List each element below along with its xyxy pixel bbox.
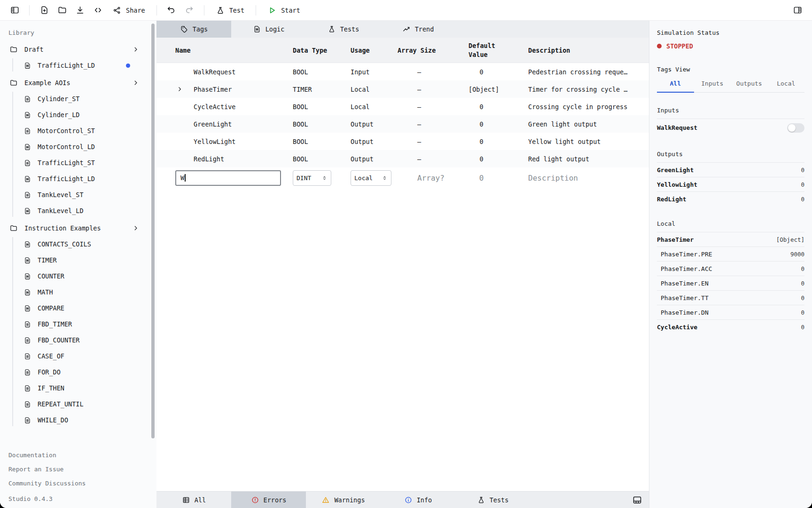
sidebar-item-case-of[interactable]: CASE_OF bbox=[0, 348, 156, 364]
folder-draft[interactable]: Draft bbox=[0, 41, 156, 57]
start-button[interactable]: Start bbox=[263, 2, 305, 18]
data-type-cell[interactable]: BOOL bbox=[293, 138, 351, 145]
tag-name-cell[interactable]: WalkRequest bbox=[194, 68, 293, 76]
default-value-cell[interactable]: 0 bbox=[468, 155, 494, 163]
tags-view-tab-all[interactable]: All bbox=[657, 77, 694, 93]
diagnostics-tab-errors[interactable]: Errors bbox=[231, 492, 306, 508]
sidebar-item-motorcontrol-st[interactable]: MotorControl_ST bbox=[0, 123, 156, 139]
usage-cell[interactable]: Local bbox=[351, 86, 398, 93]
description-cell[interactable]: Timer for crossing cycle … bbox=[528, 86, 649, 93]
left-panel-toggle-button[interactable] bbox=[7, 2, 23, 18]
tag-name-cell[interactable]: RedLight bbox=[194, 155, 293, 163]
array-size-cell[interactable]: – bbox=[398, 86, 468, 93]
array-checkbox-label[interactable]: Array? bbox=[398, 174, 468, 183]
tag-name-cell[interactable]: CycleActive bbox=[194, 103, 293, 111]
sidebar-item-motorcontrol-ld[interactable]: MotorControl_LD bbox=[0, 139, 156, 155]
undo-button[interactable] bbox=[164, 2, 180, 18]
chevron-right-icon[interactable] bbox=[132, 224, 140, 232]
sidebar-item-fbd-timer[interactable]: FBD_TIMER bbox=[0, 316, 156, 332]
sidebar-item-counter[interactable]: COUNTER bbox=[0, 268, 156, 284]
description-cell[interactable]: Green light output bbox=[528, 120, 649, 128]
tags-view-tab-inputs[interactable]: Inputs bbox=[694, 77, 731, 92]
sidebar-item-cylinder-st[interactable]: Cylinder_ST bbox=[0, 91, 156, 107]
usage-cell[interactable]: Output bbox=[351, 120, 398, 128]
description-cell[interactable]: Pedestrian crossing reque… bbox=[528, 68, 649, 76]
redo-button[interactable] bbox=[181, 2, 197, 18]
data-type-cell[interactable]: BOOL bbox=[293, 155, 351, 163]
walkrequest-toggle[interactable] bbox=[787, 123, 804, 133]
data-type-cell[interactable]: BOOL bbox=[293, 68, 351, 76]
tag-name-cell[interactable]: YellowLight bbox=[194, 138, 293, 145]
description-cell[interactable]: Yellow light output bbox=[528, 138, 649, 145]
new-tag-name-input[interactable]: W bbox=[175, 170, 281, 186]
usage-cell[interactable]: Local bbox=[351, 103, 398, 111]
array-size-cell[interactable]: – bbox=[398, 103, 468, 111]
description-cell[interactable]: Red light output bbox=[528, 155, 649, 163]
diagnostics-tab-all[interactable]: All bbox=[156, 492, 231, 508]
tags-view-tab-outputs[interactable]: Outputs bbox=[731, 77, 768, 92]
test-button[interactable]: Test bbox=[211, 2, 250, 18]
sidebar-item-tanklevel-st[interactable]: TankLevel_ST bbox=[0, 187, 156, 203]
sidebar-item-timer[interactable]: TIMER bbox=[0, 252, 156, 268]
sidebar-item-compare[interactable]: COMPARE bbox=[0, 300, 156, 316]
default-value-cell[interactable]: 0 bbox=[468, 103, 494, 111]
tab-trend[interactable]: Trend bbox=[381, 21, 455, 38]
sidebar-item-if-then[interactable]: IF_THEN bbox=[0, 380, 156, 396]
download-button[interactable] bbox=[72, 2, 88, 18]
sidebar-item-trafficlight-st[interactable]: TrafficLight_ST bbox=[0, 155, 156, 171]
right-panel-toggle-button[interactable] bbox=[789, 2, 805, 18]
description-placeholder[interactable]: Description bbox=[528, 174, 649, 183]
default-value-cell[interactable]: [Object] bbox=[468, 86, 494, 93]
sidebar-item-fbd-counter[interactable]: FBD_COUNTER bbox=[0, 332, 156, 348]
report-issue-link[interactable]: Report an Issue bbox=[8, 466, 156, 473]
usage-select[interactable]: Local bbox=[351, 170, 391, 186]
new-file-button[interactable] bbox=[36, 2, 52, 18]
sidebar-item-trafficlight-ld[interactable]: TrafficLight_LD bbox=[0, 171, 156, 187]
chevron-right-icon[interactable] bbox=[132, 46, 140, 53]
data-type-cell[interactable]: BOOL bbox=[293, 120, 351, 128]
sidebar-item-trafficlight-ld-draft[interactable]: TrafficLight_LD bbox=[0, 57, 156, 73]
new-default-value[interactable]: 0 bbox=[468, 174, 494, 183]
sidebar-item-contacts-coils[interactable]: CONTACTS_COILS bbox=[0, 236, 156, 252]
diagnostics-tab-info[interactable]: Info bbox=[381, 492, 455, 508]
sidebar-item-math[interactable]: MATH bbox=[0, 284, 156, 300]
diagnostics-tab-tests[interactable]: Tests bbox=[455, 492, 530, 508]
community-discussions-link[interactable]: Community Discussions bbox=[8, 480, 156, 487]
folder-instruction-examples[interactable]: Instruction Examples bbox=[0, 220, 156, 236]
tag-name-cell[interactable]: GreenLight bbox=[194, 120, 293, 128]
data-type-cell[interactable]: TIMER bbox=[293, 86, 351, 93]
sidebar-item-for-do[interactable]: FOR_DO bbox=[0, 364, 156, 380]
chevron-right-icon[interactable] bbox=[132, 79, 140, 87]
default-value-cell[interactable]: 0 bbox=[468, 120, 494, 128]
code-view-button[interactable] bbox=[90, 2, 106, 18]
array-size-cell[interactable]: – bbox=[398, 120, 468, 128]
usage-cell[interactable]: Input bbox=[351, 68, 398, 76]
data-type-cell[interactable]: BOOL bbox=[293, 103, 351, 111]
diagnostics-tab-warnings[interactable]: Warnings bbox=[306, 492, 381, 508]
tab-tests[interactable]: Tests bbox=[306, 21, 381, 38]
description-cell[interactable]: Crossing cycle in progress bbox=[528, 103, 649, 111]
sidebar-item-while-do[interactable]: WHILE_DO bbox=[0, 412, 156, 428]
tag-name-cell[interactable]: PhaseTimer bbox=[194, 86, 293, 93]
open-folder-button[interactable] bbox=[54, 2, 70, 18]
array-size-cell[interactable]: – bbox=[398, 138, 468, 145]
sidebar-item-tanklevel-ld[interactable]: TankLevel_LD bbox=[0, 203, 156, 219]
array-size-cell[interactable]: – bbox=[398, 68, 468, 76]
usage-cell[interactable]: Output bbox=[351, 155, 398, 163]
array-size-cell[interactable]: – bbox=[398, 155, 468, 163]
documentation-link[interactable]: Documentation bbox=[8, 452, 156, 459]
share-button[interactable]: Share bbox=[108, 2, 150, 18]
bottom-panel-toggle-icon[interactable] bbox=[632, 495, 642, 505]
data-type-select[interactable]: DINT bbox=[293, 170, 331, 186]
sidebar-item-repeat-until[interactable]: REPEAT_UNTIL bbox=[0, 396, 156, 412]
folder-example-aois[interactable]: Example AOIs bbox=[0, 75, 156, 91]
sidebar-item-cylinder-ld[interactable]: Cylinder_LD bbox=[0, 107, 156, 123]
chevron-right-icon[interactable] bbox=[176, 86, 183, 93]
default-value-cell[interactable]: 0 bbox=[468, 138, 494, 145]
usage-cell[interactable]: Output bbox=[351, 138, 398, 145]
tags-view-tab-local[interactable]: Local bbox=[768, 77, 805, 92]
default-value-cell[interactable]: 0 bbox=[468, 68, 494, 76]
sidebar-scrollbar[interactable] bbox=[151, 24, 155, 438]
tab-logic[interactable]: Logic bbox=[231, 21, 306, 38]
tab-tags[interactable]: Tags bbox=[156, 21, 231, 38]
